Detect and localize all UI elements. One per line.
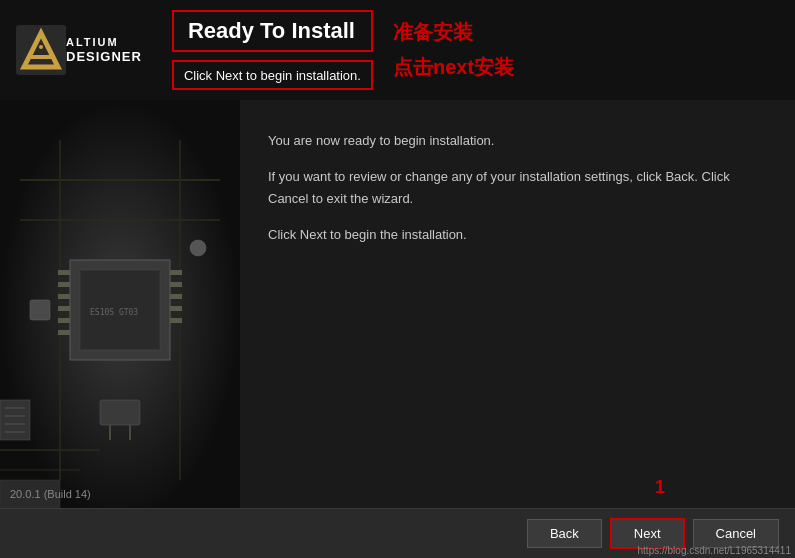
pcb-circuit-svg: ES10S GT03 bbox=[0, 100, 240, 508]
chinese-title: 准备安装 bbox=[393, 19, 514, 46]
watermark-number: 1 bbox=[655, 477, 665, 498]
para3: Click Next to begin the installation. bbox=[268, 224, 767, 246]
svg-rect-12 bbox=[58, 282, 70, 287]
svg-rect-23 bbox=[190, 240, 206, 256]
svg-rect-21 bbox=[170, 318, 182, 323]
subtitle-text: Click Next to begin installation. bbox=[184, 68, 361, 83]
instruction-text: You are now ready to begin installation.… bbox=[268, 130, 767, 246]
svg-rect-14 bbox=[58, 306, 70, 311]
installer-window: ALTIUM DESIGNER Ready To Install Click N… bbox=[0, 0, 795, 558]
brand-top: ALTIUM bbox=[66, 36, 142, 49]
version-label: 20.0.1 (Build 14) bbox=[10, 488, 91, 500]
svg-rect-31 bbox=[0, 400, 30, 440]
svg-rect-18 bbox=[170, 282, 182, 287]
svg-rect-11 bbox=[58, 270, 70, 275]
brand-bottom: DESIGNER bbox=[66, 49, 142, 65]
logo-area: ALTIUM DESIGNER bbox=[16, 25, 142, 75]
chinese-subtitle: 点击next安装 bbox=[393, 54, 514, 81]
subtitle-box: Click Next to begin installation. bbox=[172, 60, 373, 90]
svg-rect-22 bbox=[30, 300, 50, 320]
para2: If you want to review or change any of y… bbox=[268, 166, 767, 210]
svg-rect-16 bbox=[58, 330, 70, 335]
back-button[interactable]: Back bbox=[527, 519, 602, 548]
cancel-button[interactable]: Cancel bbox=[693, 519, 779, 548]
main-title: Ready To Install bbox=[188, 18, 355, 43]
title-block: Ready To Install Click Next to begin ins… bbox=[172, 10, 373, 90]
svg-text:ES10S GT03: ES10S GT03 bbox=[90, 308, 138, 317]
svg-point-3 bbox=[39, 45, 43, 49]
para1: You are now ready to begin installation. bbox=[268, 130, 767, 152]
svg-rect-19 bbox=[170, 294, 182, 299]
svg-rect-17 bbox=[170, 270, 182, 275]
header-content: Ready To Install Click Next to begin ins… bbox=[162, 10, 779, 90]
altium-logo-icon bbox=[16, 25, 66, 75]
header-bar: ALTIUM DESIGNER Ready To Install Click N… bbox=[0, 0, 795, 100]
svg-rect-20 bbox=[170, 306, 182, 311]
right-panel: You are now ready to begin installation.… bbox=[240, 100, 795, 508]
pcb-board-bg: ES10S GT03 bbox=[0, 100, 240, 508]
svg-rect-24 bbox=[100, 400, 140, 425]
content-area: ES10S GT03 20.0.1 (Build 14) You are bbox=[0, 100, 795, 508]
logo-text: ALTIUM DESIGNER bbox=[66, 36, 142, 65]
main-title-box: Ready To Install bbox=[172, 10, 373, 52]
left-panel: ES10S GT03 20.0.1 (Build 14) bbox=[0, 100, 240, 508]
chinese-labels: 准备安装 点击next安装 bbox=[393, 19, 514, 81]
svg-rect-13 bbox=[58, 294, 70, 299]
svg-rect-15 bbox=[58, 318, 70, 323]
watermark-url: https://blog.csdn.net/L1965314411 bbox=[638, 545, 791, 556]
